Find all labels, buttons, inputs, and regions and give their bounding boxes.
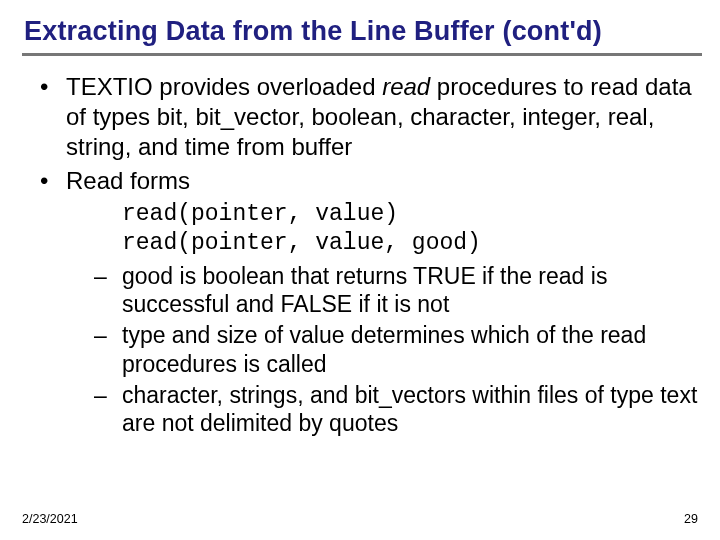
- bullet-2-text: Read forms: [66, 167, 190, 194]
- sub-bullet-2: type and size of value determines which …: [94, 321, 698, 379]
- footer-page: 29: [684, 512, 698, 526]
- slide-title: Extracting Data from the Line Buffer (co…: [24, 16, 698, 47]
- bullet-1-em: read: [382, 73, 430, 100]
- bullet-1-pre: TEXTIO provides overloaded: [66, 73, 382, 100]
- sub-bullet-1: good is boolean that returns TRUE if the…: [94, 262, 698, 320]
- footer: 2/23/2021 29: [22, 512, 698, 526]
- code-block: read(pointer, value) read(pointer, value…: [122, 200, 698, 258]
- sub-bullet-3: character, strings, and bit_vectors with…: [94, 381, 698, 439]
- sub-bullet-list: good is boolean that returns TRUE if the…: [94, 262, 698, 439]
- bullet-1: TEXTIO provides overloaded read procedur…: [40, 72, 698, 162]
- title-rule: [22, 53, 702, 56]
- bullet-2: Read forms read(pointer, value) read(poi…: [40, 166, 698, 438]
- bullet-list: TEXTIO provides overloaded read procedur…: [22, 72, 698, 438]
- slide: Extracting Data from the Line Buffer (co…: [0, 0, 720, 540]
- code-line-1: read(pointer, value): [122, 200, 698, 229]
- code-line-2: read(pointer, value, good): [122, 229, 698, 258]
- footer-date: 2/23/2021: [22, 512, 78, 526]
- slide-content: TEXTIO provides overloaded read procedur…: [22, 72, 698, 438]
